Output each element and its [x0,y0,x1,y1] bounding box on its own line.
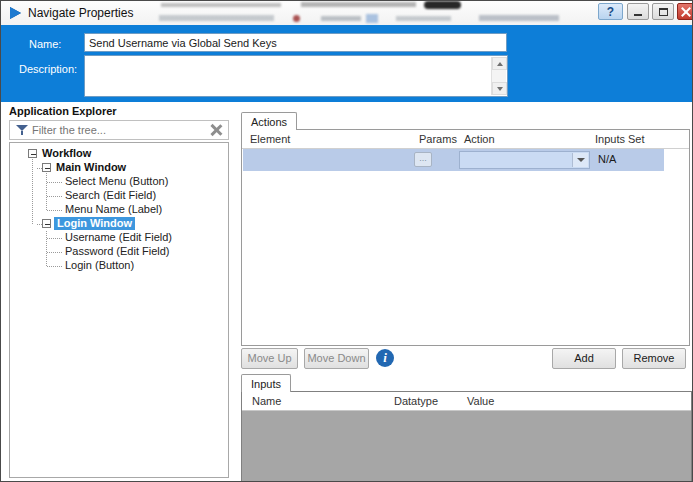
scroll-down-button[interactable] [492,82,507,95]
tree-item-password[interactable]: Password (Edit Field) [10,245,228,259]
tree-item-search[interactable]: Search (Edit Field) [10,189,228,203]
background-artifact [424,1,461,9]
help-button[interactable]: ? [598,3,623,20]
close-button[interactable] [677,3,693,20]
application-explorer-title: Application Explorer [9,105,117,117]
tree-item-login[interactable]: Login (Button) [10,259,228,273]
background-artifact [161,3,281,7]
column-datatype: Datatype [394,395,438,407]
collapse-icon[interactable] [42,163,51,172]
background-artifact [396,16,451,21]
dropdown-arrow-button[interactable] [572,153,588,167]
chevron-down-icon [577,158,585,162]
actions-table-header: Element Params Action Inputs Set [242,130,689,149]
help-icon: ? [607,5,614,19]
minimize-button[interactable] [627,3,649,20]
arrow-up-icon [497,62,503,66]
remove-button[interactable]: Remove [622,348,686,369]
params-button[interactable]: ... [414,152,432,167]
description-value [88,58,489,94]
description-label: Description: [19,63,77,75]
application-explorer-tree: Workflow Main Window Select Menu (Button… [9,142,229,478]
properties-header: Name: Description: [1,25,692,102]
move-down-button[interactable]: Move Down [304,348,369,369]
info-icon[interactable]: i [376,349,394,367]
background-artifact [321,16,361,21]
background-artifact [159,15,274,21]
column-action: Action [464,133,495,145]
clear-filter-icon[interactable] [210,124,222,136]
scroll-up-button[interactable] [492,57,507,70]
background-artifact [293,15,300,22]
tab-actions[interactable]: Actions [241,112,297,130]
inputs-table-header: Name Datatype Value [242,392,691,411]
tree-item-select-menu[interactable]: Select Menu (Button) [10,175,228,189]
description-input[interactable] [84,55,508,97]
inputs-table: Name Datatype Value [241,391,692,482]
collapse-icon[interactable] [42,219,51,228]
action-row-selected[interactable]: ... N/A [243,149,664,171]
filter-input[interactable] [32,124,206,136]
column-name: Name [252,395,281,407]
tree-item-main-window[interactable]: Main Window [10,161,228,175]
minimize-icon [634,14,642,16]
filter-icon [16,125,28,135]
arrow-down-icon [497,87,503,91]
window-title: Navigate Properties [28,6,133,20]
column-inputs-set: Inputs Set [595,133,645,145]
tree-item-menu-name[interactable]: Menu Name (Label) [10,203,228,217]
inputs-set-cell: N/A [598,153,616,165]
navigate-properties-dialog: Navigate Properties ? Name: Description:… [0,0,693,482]
name-input[interactable] [84,33,507,52]
tree-item-username[interactable]: Username (Edit Field) [10,231,228,245]
collapse-icon[interactable] [28,149,37,158]
add-button[interactable]: Add [552,348,616,369]
background-artifact [479,15,559,21]
column-params: Params [419,133,457,145]
name-label: Name: [29,38,61,50]
maximize-icon [659,8,668,16]
tree-item-workflow[interactable]: Workflow [10,147,228,161]
background-artifact [301,2,416,7]
title-bar: Navigate Properties ? [1,1,692,25]
description-scrollbar[interactable] [491,57,506,95]
tree-item-login-window[interactable]: Login Window [10,217,228,231]
column-value: Value [467,395,494,407]
tree-filter [9,120,229,140]
column-element: Element [250,133,290,145]
app-icon [10,7,21,19]
actions-table: Element Params Action Inputs Set ... N/A [241,129,690,346]
maximize-button[interactable] [652,3,674,20]
move-up-button[interactable]: Move Up [241,348,298,369]
action-dropdown[interactable] [459,151,590,169]
tab-inputs[interactable]: Inputs [241,374,291,392]
close-icon [681,7,691,17]
background-artifact [366,14,378,23]
inputs-table-body [242,411,691,482]
